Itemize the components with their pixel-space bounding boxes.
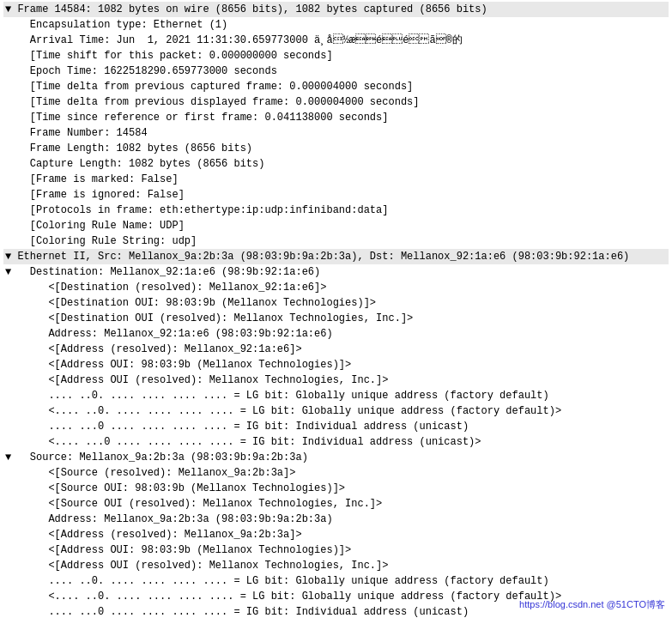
tree-line[interactable]: [Coloring Rule String: udp] bbox=[3, 233, 669, 249]
tree-line[interactable]: Arrival Time: Jun 1, 2021 11:31:30.65977… bbox=[3, 33, 669, 48]
tree-line[interactable]: [Time delta from previous captured frame… bbox=[3, 79, 669, 94]
tree-line[interactable]: Address: Mellanox_9a:2b:3a (98:03:9b:9a:… bbox=[3, 512, 669, 527]
tree-line[interactable]: [Coloring Rule Name: UDP] bbox=[3, 218, 669, 233]
tree-line[interactable]: Frame Length: 1082 bytes (8656 bits) bbox=[3, 141, 669, 156]
tree-line[interactable]: <[Address (resolved): Mellanox_92:1a:e6]… bbox=[3, 342, 669, 357]
tree-line[interactable]: .... ..0. .... .... .... .... = LG bit: … bbox=[3, 573, 669, 589]
tree-line[interactable]: Epoch Time: 1622518290.659773000 seconds bbox=[3, 64, 669, 79]
tree-line[interactable]: <[Source OUI: 98:03:9b (Mellanox Technol… bbox=[3, 481, 669, 496]
tree-line[interactable]: Frame Number: 14584 bbox=[3, 125, 669, 141]
tree-line[interactable]: ▼ Destination: Mellanox_92:1a:e6 (98:9b:… bbox=[3, 264, 669, 280]
tree-line[interactable]: ▼ Frame 14584: 1082 bytes on wire (8656 … bbox=[3, 2, 669, 17]
tree-line[interactable]: .... ...0 .... .... .... .... = IG bit: … bbox=[3, 419, 669, 434]
tree-line[interactable]: Encapsulation type: Ethernet (1) bbox=[3, 17, 669, 33]
packet-tree: ▼ Frame 14584: 1082 bytes on wire (8656 … bbox=[0, 0, 672, 618]
tree-line[interactable]: <[Address OUI (resolved): Mellanox Techn… bbox=[3, 558, 669, 573]
tree-line[interactable]: <.... ..0. .... .... .... .... = LG bit:… bbox=[3, 403, 669, 419]
tree-line[interactable]: [Protocols in frame: eth:ethertype:ip:ud… bbox=[3, 203, 669, 218]
tree-line[interactable]: Address: Mellanox_92:1a:e6 (98:03:9b:92:… bbox=[3, 326, 669, 342]
tree-line[interactable]: [Time delta from previous displayed fram… bbox=[3, 94, 669, 110]
tree-line[interactable]: <[Source (resolved): Mellanox_9a:2b:3a]> bbox=[3, 465, 669, 481]
tree-line[interactable]: [Frame is marked: False] bbox=[3, 172, 669, 187]
tree-line[interactable]: ▼ Ethernet II, Src: Mellanox_9a:2b:3a (9… bbox=[3, 249, 669, 264]
tree-line[interactable]: [Time shift for this packet: 0.000000000… bbox=[3, 48, 669, 64]
tree-line[interactable]: <[Source OUI (resolved): Mellanox Techno… bbox=[3, 496, 669, 512]
tree-line[interactable]: <[Address (resolved): Mellanox_9a:2b:3a]… bbox=[3, 527, 669, 542]
tree-line[interactable]: <[Destination (resolved): Mellanox_92:1a… bbox=[3, 280, 669, 295]
tree-line[interactable]: <[Destination OUI (resolved): Mellanox T… bbox=[3, 311, 669, 326]
tree-line[interactable]: <[Destination OUI: 98:03:9b (Mellanox Te… bbox=[3, 295, 669, 311]
tree-line[interactable]: [Time since reference or first frame: 0.… bbox=[3, 110, 669, 125]
tree-line[interactable]: <[Address OUI (resolved): Mellanox Techn… bbox=[3, 373, 669, 388]
tree-line[interactable]: [Frame is ignored: False] bbox=[3, 187, 669, 203]
tree-line[interactable]: ▼ Source: Mellanox_9a:2b:3a (98:03:9b:9a… bbox=[3, 450, 669, 465]
tree-line[interactable]: <[Address OUI: 98:03:9b (Mellanox Techno… bbox=[3, 542, 669, 558]
tree-line[interactable]: <.... ...0 .... .... .... .... = IG bit:… bbox=[3, 434, 669, 450]
tree-line[interactable]: <[Address OUI: 98:03:9b (Mellanox Techno… bbox=[3, 357, 669, 373]
tree-line[interactable]: .... ..0. .... .... .... .... = LG bit: … bbox=[3, 388, 669, 403]
watermark-link[interactable]: https://blog.csdn.net @51CTO博客 bbox=[519, 598, 665, 611]
tree-line[interactable]: Capture Length: 1082 bytes (8656 bits) bbox=[3, 156, 669, 172]
